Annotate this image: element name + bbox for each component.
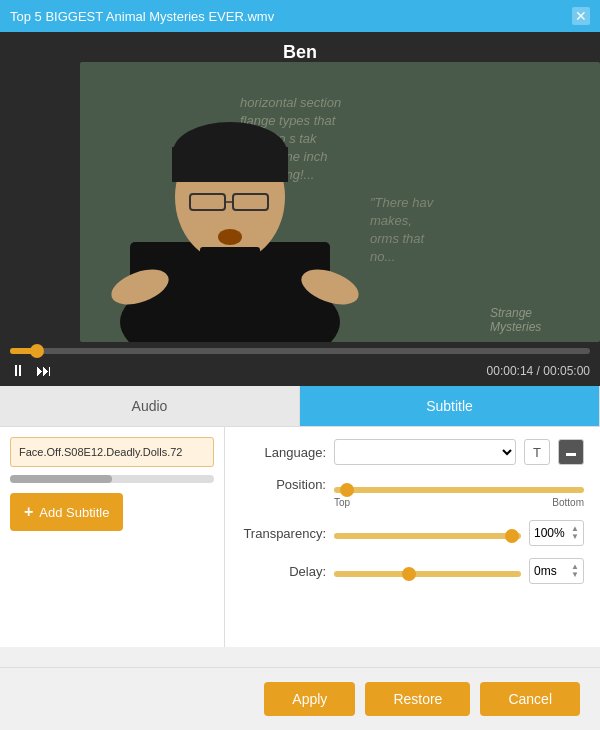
total-time: 00:05:00 <box>543 364 590 378</box>
audio-scrollbar[interactable] <box>10 475 214 483</box>
svg-text:horizontal section: horizontal section <box>240 95 341 110</box>
position-slider-labels: Top Bottom <box>334 497 584 508</box>
video-container: Ben horizontal section flange types that… <box>0 32 600 342</box>
bg-style-button[interactable]: ▬ <box>558 439 584 465</box>
audio-panel: Face.Off.S08E12.Deadly.Dolls.72 + Add Su… <box>0 427 225 647</box>
transparency-slider-thumb[interactable] <box>505 529 519 543</box>
tab-audio[interactable]: Audio <box>0 386 300 426</box>
text-style-button[interactable]: T <box>524 439 550 465</box>
position-slider-thumb[interactable] <box>340 483 354 497</box>
svg-rect-17 <box>172 147 288 182</box>
transparency-value-box: 100% ▲ ▼ <box>529 520 584 546</box>
text-icon: T <box>533 445 541 460</box>
svg-text:Strange: Strange <box>490 306 532 320</box>
add-subtitle-button[interactable]: + Add Subtitle <box>10 493 123 531</box>
position-label: Position: <box>241 477 326 492</box>
position-row: Position: Top Bottom <box>241 477 584 508</box>
position-slider-wrapper: Top Bottom <box>334 477 584 508</box>
svg-rect-22 <box>200 247 260 262</box>
delay-row: Delay: 0ms ▲ ▼ <box>241 558 584 584</box>
svg-text:makes,: makes, <box>370 213 412 228</box>
plus-icon: + <box>24 503 33 521</box>
progress-thumb[interactable] <box>30 344 44 358</box>
content-area: Face.Off.S08E12.Deadly.Dolls.72 + Add Su… <box>0 427 600 647</box>
transparency-slider-wrapper <box>334 523 521 543</box>
position-slider-track[interactable] <box>334 487 584 493</box>
video-frame: horizontal section flange types that is … <box>0 32 600 342</box>
transparency-label: Transparency: <box>241 526 326 541</box>
delay-slider-wrapper <box>334 561 521 581</box>
delay-value: 0ms <box>534 564 557 578</box>
cancel-button[interactable]: Cancel <box>480 682 580 716</box>
delay-slider-thumb[interactable] <box>402 567 416 581</box>
video-still: horizontal section flange types that is … <box>0 32 600 342</box>
bg-icon: ▬ <box>566 447 576 458</box>
transparency-slider-track[interactable] <box>334 533 521 539</box>
tab-subtitle[interactable]: Subtitle <box>300 386 600 426</box>
delay-down-arrow[interactable]: ▼ <box>571 571 579 579</box>
delay-value-box: 0ms ▲ ▼ <box>529 558 584 584</box>
language-row: Language: T ▬ <box>241 439 584 465</box>
progress-bar[interactable] <box>10 348 590 354</box>
delay-spinner[interactable]: ▲ ▼ <box>571 563 579 579</box>
delay-label: Delay: <box>241 564 326 579</box>
svg-point-21 <box>218 229 242 245</box>
svg-text:Mysteries: Mysteries <box>490 320 541 334</box>
transparency-down-arrow[interactable]: ▼ <box>571 533 579 541</box>
transparency-value: 100% <box>534 526 565 540</box>
language-label: Language: <box>241 445 326 460</box>
delay-slider-track[interactable] <box>334 571 521 577</box>
position-right-label: Bottom <box>552 497 584 508</box>
next-button[interactable]: ⏭ <box>36 362 52 380</box>
transparency-row: Transparency: 100% ▲ ▼ <box>241 520 584 546</box>
controls-bar: ⏸ ⏭ 00:00:14 / 00:05:00 <box>0 342 600 386</box>
audio-scrollbar-thumb <box>10 475 112 483</box>
bottom-bar: Apply Restore Cancel <box>0 667 600 730</box>
svg-text:orms that: orms that <box>370 231 426 246</box>
pause-button[interactable]: ⏸ <box>10 362 26 380</box>
video-overlay-title: Ben <box>0 42 600 63</box>
window-title: Top 5 BIGGEST Animal Mysteries EVER.wmv <box>10 9 274 24</box>
svg-text:"There hav: "There hav <box>370 195 435 210</box>
add-subtitle-label: Add Subtitle <box>39 505 109 520</box>
transparency-spinner[interactable]: ▲ ▼ <box>571 525 579 541</box>
tabs-container: Audio Subtitle <box>0 386 600 427</box>
language-select[interactable] <box>334 439 516 465</box>
time-display: 00:00:14 / 00:05:00 <box>487 364 590 378</box>
apply-button[interactable]: Apply <box>264 682 355 716</box>
close-button[interactable]: ✕ <box>572 7 590 25</box>
audio-file-item[interactable]: Face.Off.S08E12.Deadly.Dolls.72 <box>10 437 214 467</box>
svg-text:no...: no... <box>370 249 395 264</box>
title-bar: Top 5 BIGGEST Animal Mysteries EVER.wmv … <box>0 0 600 32</box>
position-left-label: Top <box>334 497 350 508</box>
restore-button[interactable]: Restore <box>365 682 470 716</box>
subtitle-panel: Language: T ▬ Position: Top Bottom <box>225 427 600 647</box>
playback-controls: ⏸ ⏭ <box>10 362 52 380</box>
current-time: 00:00:14 <box>487 364 534 378</box>
